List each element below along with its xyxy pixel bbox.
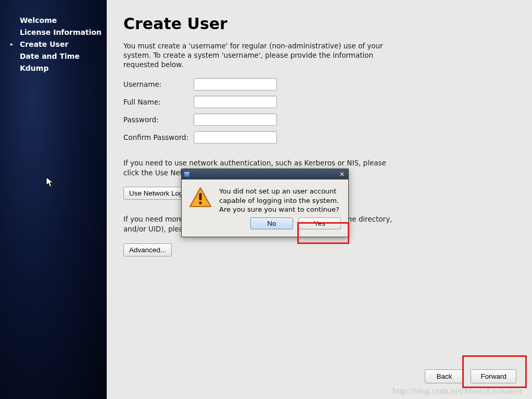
confirm-password-input[interactable] <box>194 131 277 144</box>
row-fullname: Full Name: <box>123 96 515 108</box>
sidebar-item-label: Date and Time <box>11 52 80 61</box>
username-input[interactable] <box>194 78 277 91</box>
advanced-button[interactable]: Advanced... <box>123 243 172 256</box>
watermark-text: http://blog.csdn.net/MusicEnchanter <box>392 387 523 396</box>
dialog-no-button[interactable]: No <box>250 217 293 229</box>
sidebar-item-license-information[interactable]: License Information <box>0 27 107 38</box>
dialog-titlebar[interactable]: ✕ <box>182 169 348 179</box>
dialog-yes-button[interactable]: Yes <box>298 217 341 229</box>
username-label: Username: <box>123 80 194 88</box>
active-step-marker-icon: ▸ <box>10 41 13 48</box>
password-label: Password: <box>123 115 194 124</box>
sidebar-item-label: Kdump <box>11 63 48 73</box>
fullname-label: Full Name: <box>123 98 194 106</box>
password-input[interactable] <box>194 113 277 126</box>
dialog-button-row: No Yes <box>182 217 348 237</box>
window-icon <box>184 171 190 177</box>
forward-button[interactable]: Forward <box>471 369 516 383</box>
back-button[interactable]: Back <box>425 369 463 383</box>
dialog-message: You did not set up an user account capab… <box>219 187 341 214</box>
confirm-dialog: ✕ You did not set up an user account cap… <box>181 169 349 237</box>
svg-point-2 <box>199 201 201 204</box>
sidebar-item-label: License Information <box>11 28 102 37</box>
dialog-body: You did not set up an user account capab… <box>182 179 348 217</box>
dialog-close-icon[interactable]: ✕ <box>338 171 346 178</box>
intro-text: You must create a 'username' for regular… <box>123 41 394 70</box>
navigation-buttons: Back Forward <box>425 369 516 383</box>
row-username: Username: <box>123 78 515 91</box>
sidebar-item-label: Create User <box>11 40 68 49</box>
sidebar-item-label: Welcome <box>11 16 57 25</box>
sidebar-item-welcome[interactable]: Welcome <box>0 15 107 27</box>
fullname-input[interactable] <box>194 96 277 108</box>
sidebar-item-kdump[interactable]: Kdump <box>0 62 107 74</box>
warning-icon <box>189 187 212 214</box>
sidebar-item-create-user[interactable]: ▸ Create User <box>0 38 107 50</box>
page-title: Create User <box>123 15 515 33</box>
row-confirm-password: Confirm Password: <box>123 131 515 144</box>
sidebar-item-date-and-time[interactable]: Date and Time <box>0 50 107 62</box>
confirm-password-label: Confirm Password: <box>123 133 194 141</box>
row-password: Password: <box>123 113 515 126</box>
svg-rect-1 <box>199 193 202 200</box>
setup-sidebar: Welcome License Information ▸ Create Use… <box>0 0 107 399</box>
